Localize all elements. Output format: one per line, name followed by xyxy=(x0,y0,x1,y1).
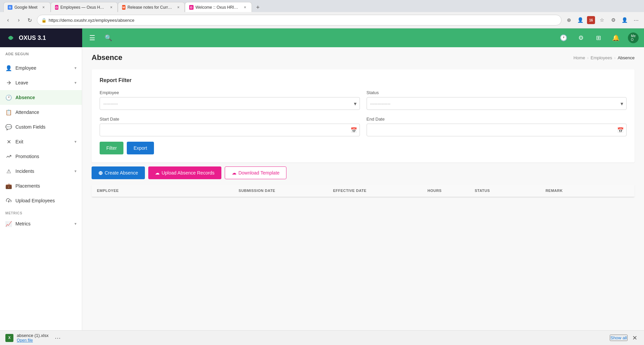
tab-release-notes[interactable]: M Release notes for Current Chann... × xyxy=(118,2,185,12)
sidebar-item-label: Exit xyxy=(15,139,71,144)
extensions-button[interactable]: ⚙ xyxy=(608,15,618,25)
create-absence-button[interactable]: ⊕ Create Absence xyxy=(92,166,145,179)
sidebar-item-metrics[interactable]: 📈 Metrics ▾ xyxy=(0,216,82,231)
bottom-close-button[interactable]: ✕ xyxy=(631,333,639,343)
settings-icon[interactable]: ⚙ xyxy=(576,32,586,43)
forward-button[interactable]: › xyxy=(14,15,23,25)
sidebar-item-promotions[interactable]: Promotions xyxy=(0,149,82,164)
start-date-wrapper: 📅 xyxy=(100,124,360,136)
new-tab-button[interactable]: + xyxy=(253,3,263,12)
tab-close-icon[interactable]: × xyxy=(176,5,180,10)
upload-absence-records-button[interactable]: ☁ Upload Absence Records xyxy=(148,166,221,179)
sidebar: ADE SEGUN 👤 Employee ▾ Leave ▾ 🕐 Absence… xyxy=(0,47,82,345)
tab-title: Google Meet xyxy=(14,5,38,10)
breadcrumb-sep: › xyxy=(587,55,588,60)
sidebar-item-attendance[interactable]: 📋 Attendance xyxy=(0,105,82,120)
search-button[interactable]: 🔍 xyxy=(104,33,113,43)
sidebar-item-custom-fields[interactable]: 💬 Custom Fields xyxy=(0,120,82,134)
calendar-icon[interactable]: 📅 xyxy=(617,127,624,133)
top-bar: ☰ 🔍 🕐 ⚙ ⊞ 🔔 MeO xyxy=(82,28,644,47)
plus-icon: ⊕ xyxy=(98,170,103,176)
start-date-group: Start Date 📅 xyxy=(100,117,360,136)
tab-welcome[interactable]: Ω Welcome :: Oxus HRIS 3.1 × xyxy=(185,2,252,12)
sidebar-item-label: Leave xyxy=(15,80,71,85)
employee-icon: 👤 xyxy=(5,65,12,71)
account-button[interactable]: 👤 xyxy=(620,15,629,25)
breadcrumb-employees[interactable]: Employees xyxy=(591,55,612,60)
sidebar-item-leave[interactable]: Leave ▾ xyxy=(0,75,82,90)
metrics-icon: 📈 xyxy=(5,220,12,227)
address-bar[interactable]: 🔒 https://demo.oxushr.xyz/employees/abse… xyxy=(37,15,561,25)
search-browser-button[interactable]: ⊕ xyxy=(564,15,574,25)
reload-button[interactable]: ↻ xyxy=(25,15,34,25)
col-status: STATUS xyxy=(469,185,540,197)
more-button[interactable]: ⋯ xyxy=(631,15,641,25)
end-date-wrapper: 📅 xyxy=(367,124,627,136)
extension-icon[interactable]: 16 xyxy=(587,16,595,24)
open-file-link[interactable]: Open file xyxy=(17,338,49,343)
sidebar-item-label: Custom Fields xyxy=(15,124,76,130)
report-filter-card: Report Filter Employee ---------- Statu xyxy=(92,69,635,162)
metrics-section-label: METRICS xyxy=(0,208,82,216)
sidebar-item-employee[interactable]: 👤 Employee ▾ xyxy=(0,61,82,75)
sidebar-item-label: Employee xyxy=(15,65,71,71)
page-header: Absence Home › Employees › Absence xyxy=(82,47,644,65)
lock-icon: 🔒 xyxy=(41,18,47,23)
bookmark-button[interactable]: ☆ xyxy=(597,15,606,25)
start-date-label: Start Date xyxy=(100,117,360,122)
breadcrumb-sep: › xyxy=(614,55,615,60)
end-date-input[interactable] xyxy=(367,124,627,136)
tab-favicon: Ω xyxy=(55,5,58,10)
calendar-icon[interactable]: 📅 xyxy=(351,127,357,133)
sidebar-item-label: Absence xyxy=(15,95,76,100)
url-text: https://demo.oxushr.xyz/employees/absenc… xyxy=(49,18,135,23)
sidebar-item-placements[interactable]: 💼 Placements xyxy=(0,179,82,193)
tab-favicon: G xyxy=(8,5,12,10)
profile-button[interactable]: 👤 xyxy=(576,15,585,25)
excel-file-icon: X xyxy=(5,334,13,342)
export-button[interactable]: Export xyxy=(127,142,154,154)
sidebar-item-exit[interactable]: ✕ Exit ▾ xyxy=(0,134,82,149)
col-effective-date: EFFECTIVE DATE xyxy=(328,185,422,197)
card-body: Report Filter Employee ---------- Statu xyxy=(92,69,635,162)
browser-toolbar: ‹ › ↻ 🔒 https://demo.oxushr.xyz/employee… xyxy=(0,12,644,28)
bottom-more-button[interactable]: ⋯ xyxy=(52,333,63,343)
leave-icon xyxy=(5,79,12,86)
upload-employees-icon xyxy=(5,197,12,204)
file-name: absence (1).xlsx xyxy=(17,333,49,338)
tab-close-icon[interactable]: × xyxy=(41,5,46,10)
employee-select[interactable]: ---------- xyxy=(100,97,360,110)
back-button[interactable]: ‹ xyxy=(3,15,13,25)
status-select[interactable]: -------------- xyxy=(367,97,627,110)
sidebar-item-label: Upload Employees xyxy=(15,198,76,203)
tab-employees[interactable]: Ω Employees — Oxus HR & Payro... × xyxy=(51,2,118,12)
employee-filter-label: Employee xyxy=(100,90,360,95)
sidebar-item-label: Placements xyxy=(15,183,76,189)
end-date-label: End Date xyxy=(367,117,627,122)
sidebar-item-upload-employees[interactable]: Upload Employees xyxy=(0,193,82,208)
clock-icon[interactable]: 🕐 xyxy=(558,32,569,43)
hamburger-menu-button[interactable]: ☰ xyxy=(88,33,97,43)
chevron-down-icon: ▾ xyxy=(74,139,76,144)
tab-google-meet[interactable]: G Google Meet × xyxy=(3,2,51,12)
filter-actions: Filter Export xyxy=(100,142,627,154)
col-employee: EMPLOYEE xyxy=(92,185,233,197)
user-avatar[interactable]: MeO xyxy=(628,32,639,43)
breadcrumb-home[interactable]: Home xyxy=(574,55,585,60)
app-logo-bar: OXUS 3.1 xyxy=(0,28,82,47)
show-all-button[interactable]: Show all xyxy=(610,335,628,341)
grid-icon[interactable]: ⊞ xyxy=(593,32,604,43)
bell-icon[interactable]: 🔔 xyxy=(610,32,621,43)
tab-close-icon[interactable]: × xyxy=(243,5,248,10)
action-bar: ⊕ Create Absence ☁ Upload Absence Record… xyxy=(82,166,644,185)
download-template-button[interactable]: ☁ Download Template xyxy=(225,166,287,179)
tab-favicon: M xyxy=(122,5,125,10)
filter-button[interactable]: Filter xyxy=(100,142,123,154)
sidebar-item-absence[interactable]: 🕐 Absence xyxy=(0,90,82,105)
employee-select-wrapper: ---------- xyxy=(100,97,360,110)
start-date-input[interactable] xyxy=(100,124,360,136)
status-filter-label: Status xyxy=(367,90,627,95)
tab-close-icon[interactable]: × xyxy=(109,5,113,10)
sidebar-item-incidents[interactable]: ⚠ Incidents ▾ xyxy=(0,164,82,179)
bottom-file-info: absence (1).xlsx Open file xyxy=(17,333,49,343)
